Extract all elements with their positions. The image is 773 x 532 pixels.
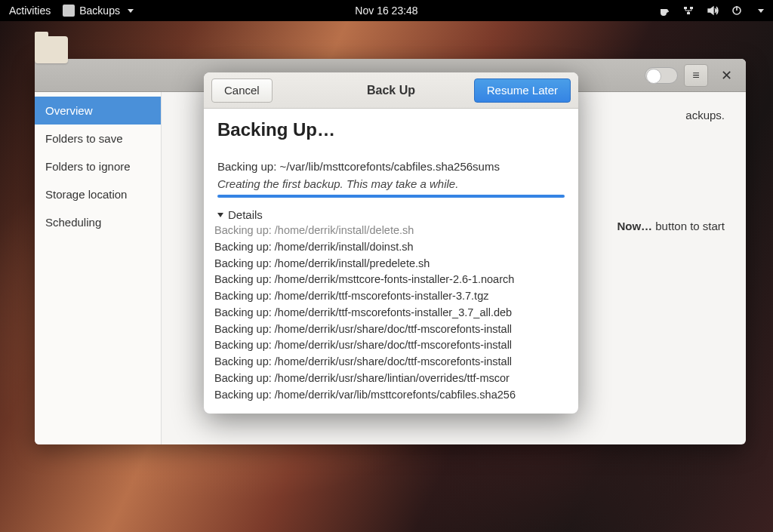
sidebar-item-storage[interactable]: Storage location xyxy=(35,180,161,208)
log-line: Backing up: /home/derrik/var/lib/msttcor… xyxy=(214,387,568,404)
cancel-button[interactable]: Cancel xyxy=(211,78,273,103)
details-log: Backing up: /home/derrik/install/delete.… xyxy=(214,223,568,403)
log-line: Backing up: /home/derrik/usr/share/doc/t… xyxy=(214,354,568,371)
sidebar-item-label: Folders to save xyxy=(45,132,123,145)
details-expander[interactable]: Details xyxy=(217,208,565,221)
dialog-header: Cancel Back Up Resume Later xyxy=(204,72,578,109)
log-line: Backing up: /home/derrik/msttcore-fonts-… xyxy=(214,272,568,288)
backups-app-icon xyxy=(63,5,75,17)
desktop-folder-icon[interactable] xyxy=(35,36,71,66)
app-menu-label: Backups xyxy=(79,5,120,17)
hint-text-2: button to start xyxy=(652,220,725,232)
hamburger-icon: ≡ xyxy=(692,69,699,82)
log-line: Backing up: /home/derrik/usr/share/doc/t… xyxy=(214,337,568,354)
window-close-button[interactable]: ✕ xyxy=(714,64,738,87)
svg-rect-4 xyxy=(736,6,738,11)
sidebar-item-overview[interactable]: Overview xyxy=(35,97,161,125)
sidebar-item-label: Scheduling xyxy=(45,216,101,229)
log-line: Backing up: /home/derrik/ttf-mscorefonts… xyxy=(214,288,568,305)
sidebar-item-folders-save[interactable]: Folders to save xyxy=(35,125,161,152)
sidebar-item-folders-ignore[interactable]: Folders to ignore xyxy=(35,152,161,180)
sidebar-item-label: Storage location xyxy=(45,188,127,201)
svg-rect-1 xyxy=(690,7,693,9)
status-subtext: Creating the first backup. This may take… xyxy=(217,177,565,190)
current-file-label: Backing up: ~/var/lib/msttcorefonts/cabf… xyxy=(217,160,565,173)
log-line: Backing up: /home/derrik/install/doinst.… xyxy=(214,239,568,256)
chevron-down-icon xyxy=(128,9,134,13)
close-icon: ✕ xyxy=(721,67,732,84)
dialog-heading: Backing Up… xyxy=(217,119,565,140)
svg-rect-0 xyxy=(684,7,687,9)
app-menu[interactable]: Backups xyxy=(63,5,134,17)
log-line: Backing up: /home/derrik/install/delete.… xyxy=(214,223,568,239)
sidebar-item-scheduling[interactable]: Scheduling xyxy=(35,208,161,236)
progress-bar xyxy=(217,195,565,198)
svg-rect-2 xyxy=(687,12,690,14)
log-line: Backing up: /home/derrik/usr/share/linti… xyxy=(214,371,568,387)
chevron-down-icon xyxy=(217,213,223,217)
hamburger-menu-button[interactable]: ≡ xyxy=(684,64,708,87)
log-line: Backing up: /home/derrik/usr/share/doc/t… xyxy=(214,321,568,338)
details-label-text: Details xyxy=(228,208,263,221)
resume-later-button[interactable]: Resume Later xyxy=(474,78,571,103)
log-line: Backing up: /home/derrik/install/predele… xyxy=(214,256,568,272)
sidebar-item-label: Folders to ignore xyxy=(45,160,131,173)
sidebar: Overview Folders to save Folders to igno… xyxy=(35,92,162,444)
sidebar-item-label: Overview xyxy=(45,104,93,117)
system-menu-caret-icon[interactable] xyxy=(758,9,764,13)
activities-button[interactable]: Activities xyxy=(9,5,51,17)
auto-backup-toggle[interactable] xyxy=(645,67,678,84)
caffeine-icon[interactable] xyxy=(658,5,670,17)
power-icon[interactable] xyxy=(731,5,743,17)
log-line: Backing up: /home/derrik/ttf-mscorefonts… xyxy=(214,305,568,321)
clock[interactable]: Nov 16 23:48 xyxy=(355,5,417,17)
backup-progress-dialog: Cancel Back Up Resume Later Backing Up… … xyxy=(204,72,578,414)
volume-icon[interactable] xyxy=(707,5,719,17)
network-icon[interactable] xyxy=(682,5,694,17)
gnome-topbar: Activities Backups Nov 16 23:48 xyxy=(0,0,773,21)
hint-text-now: Now… xyxy=(617,220,652,232)
